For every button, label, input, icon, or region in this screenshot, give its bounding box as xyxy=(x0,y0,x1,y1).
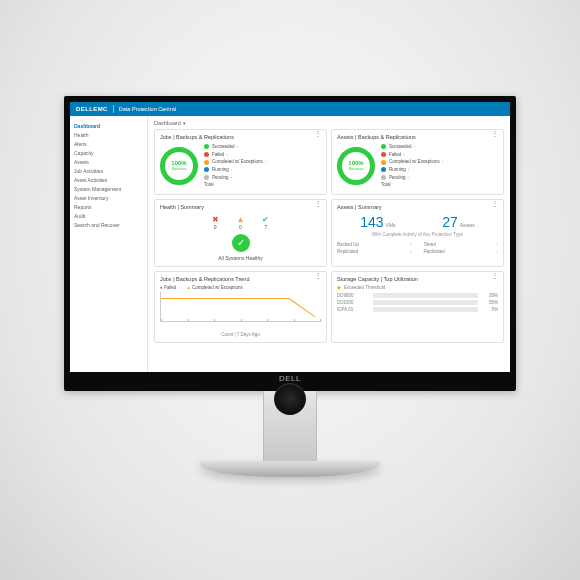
legend-item: Succeeded- xyxy=(204,143,266,151)
breadcrumb[interactable]: Dashboard▾ xyxy=(154,120,504,126)
card-trend: ⋮ Jobs | Backups & Replications Trend ● … xyxy=(154,271,327,343)
vm-count: 143 xyxy=(360,214,383,230)
storage-chart: DD980028%DD630055%IDPA 015% xyxy=(337,293,498,312)
sidebar-item-job-activities[interactable]: Job Activities xyxy=(74,166,143,175)
more-icon[interactable]: ⋮ xyxy=(314,202,323,206)
legend-item: Pending- xyxy=(381,174,443,182)
more-icon[interactable]: ⋮ xyxy=(491,202,500,206)
x-axis-label: Count | 7 Days Ago xyxy=(160,332,321,337)
monitor: DELLEMC Data Protection Central Dashboar… xyxy=(64,96,516,477)
warning-icon: ◆ xyxy=(337,285,341,290)
sidebar-item-asset-inventory[interactable]: Asset Inventory xyxy=(74,193,143,202)
legend-item: Failed- xyxy=(204,151,266,159)
card-assets-summary: ⋮ Assets | Summary 143VMs 27Assets With … xyxy=(331,199,504,267)
app-screen: DELLEMC Data Protection Central Dashboar… xyxy=(70,102,510,372)
asset-count: 27 xyxy=(442,214,458,230)
more-icon[interactable]: ⋮ xyxy=(314,132,323,136)
topbar-divider xyxy=(113,105,114,113)
health-icons: ✖0▲0✔7 xyxy=(160,215,321,230)
product-name: Data Protection Central xyxy=(119,106,176,112)
card-title: Assets | Backups & Replications xyxy=(337,134,498,140)
storage-row: DD630055% xyxy=(337,300,498,305)
sidebar: DashboardHealthAlertsCapacityAssetsJob A… xyxy=(70,116,148,372)
sidebar-item-search-and-recover[interactable]: Search and Recover xyxy=(74,220,143,229)
health-state: ✔7 xyxy=(262,215,269,230)
card-health-summary: ⋮ Health | Summary ✖0▲0✔7 ✓ All Systems … xyxy=(154,199,327,267)
legend-item: Total xyxy=(204,181,266,189)
sidebar-item-capacity[interactable]: Capacity xyxy=(74,148,143,157)
card-title: Jobs | Backups & Replications Trend xyxy=(160,276,321,282)
success-donut: 100% Success xyxy=(337,147,375,185)
legend-item: Completed w/ Exceptions- xyxy=(204,158,266,166)
monitor-stand xyxy=(263,391,317,461)
topbar: DELLEMC Data Protection Central xyxy=(70,102,510,116)
breadcrumb-label: Dashboard xyxy=(154,120,181,126)
legend: Succeeded-Failed-Completed w/ Exceptions… xyxy=(204,143,266,189)
card-title: Storage Capacity | Top Utilization xyxy=(337,276,498,282)
monitor-base xyxy=(200,461,380,477)
sidebar-item-audit[interactable]: Audit xyxy=(74,211,143,220)
sidebar-item-dashboard[interactable]: Dashboard xyxy=(74,121,143,130)
dell-logo: DELL xyxy=(70,374,510,383)
check-icon: ✓ xyxy=(232,234,250,252)
assets-subtext: With Complete Activity of Any Protection… xyxy=(337,232,498,237)
main-content: Dashboard▾ ⋮ Jobs | Backups & Replicatio… xyxy=(148,116,510,372)
more-icon[interactable]: ⋮ xyxy=(314,274,323,278)
sidebar-item-system-management[interactable]: System Management xyxy=(74,184,143,193)
sidebar-item-health[interactable]: Health xyxy=(74,130,143,139)
health-state: ✖0 xyxy=(212,215,219,230)
card-storage-capacity: ⋮ Storage Capacity | Top Utilization ◆Ex… xyxy=(331,271,504,343)
storage-row: IDPA 015% xyxy=(337,307,498,312)
bezel: DELLEMC Data Protection Central Dashboar… xyxy=(64,96,516,391)
sidebar-item-asset-activities[interactable]: Asset Activities xyxy=(74,175,143,184)
health-message: All Systems Healthy xyxy=(160,255,321,261)
success-donut: 100% Success xyxy=(160,147,198,185)
legend-item: Running- xyxy=(204,166,266,174)
brand-logo: DELLEMC xyxy=(76,106,108,112)
sidebar-item-alerts[interactable]: Alerts xyxy=(74,139,143,148)
sidebar-item-reports[interactable]: Reports xyxy=(74,202,143,211)
card-title: Jobs | Backups & Replications xyxy=(160,134,321,140)
card-title: Health | Summary xyxy=(160,204,321,210)
card-assets-backups: ⋮ Assets | Backups & Replications 100% S… xyxy=(331,129,504,195)
sidebar-item-assets[interactable]: Assets xyxy=(74,157,143,166)
storage-row: DD980028% xyxy=(337,293,498,298)
legend-item: Total xyxy=(381,181,443,189)
health-state: ▲0 xyxy=(237,215,245,230)
legend-item: Completed w/ Exceptions- xyxy=(381,158,443,166)
chevron-down-icon: ▾ xyxy=(181,120,186,126)
legend-item: Failed- xyxy=(381,151,443,159)
legend-item: Running- xyxy=(381,166,443,174)
more-icon[interactable]: ⋮ xyxy=(491,274,500,278)
legend-item: Succeeded- xyxy=(381,143,443,151)
more-icon[interactable]: ⋮ xyxy=(491,132,500,136)
legend: Succeeded-Failed-Completed w/ Exceptions… xyxy=(381,143,443,189)
legend: ● Failed▲ Completed w/ Exceptions xyxy=(160,285,321,290)
card-jobs-backups: ⋮ Jobs | Backups & Replications 100% Suc… xyxy=(154,129,327,195)
trend-chart xyxy=(160,292,321,322)
legend-item: Pending- xyxy=(204,174,266,182)
card-title: Assets | Summary xyxy=(337,204,498,210)
